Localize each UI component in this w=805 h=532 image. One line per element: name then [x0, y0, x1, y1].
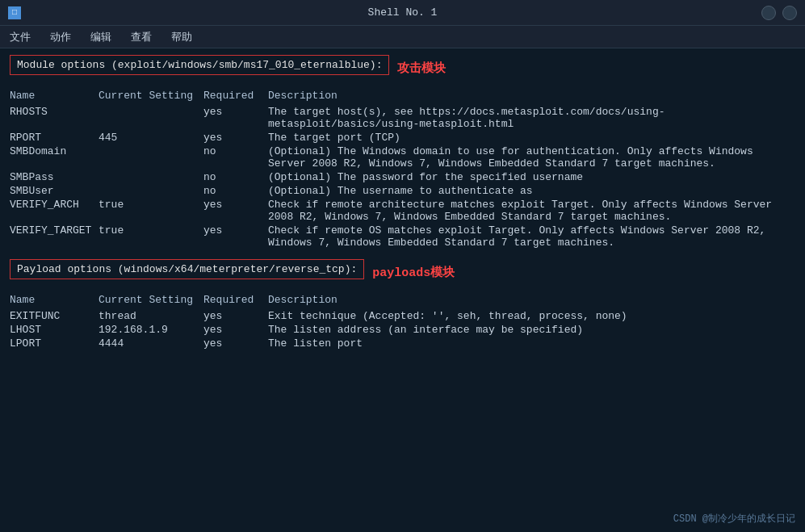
table-row: EXITFUNC thread yes Exit technique (Acce…	[10, 309, 795, 323]
table-row: VERIFY_TARGET true yes Check if remote O…	[10, 224, 795, 249]
menu-help[interactable]: 帮助	[168, 28, 195, 46]
cell-description: (Optional) The password for the specifie…	[268, 170, 795, 184]
payload-col-header-name: Name	[10, 292, 99, 309]
cell-setting	[99, 170, 203, 184]
table-row: LPORT 4444 yes The listen port	[10, 337, 795, 350]
col-header-setting: Current Setting	[99, 88, 203, 105]
cell-setting	[99, 105, 203, 131]
cell-setting: true	[99, 224, 203, 249]
terminal-content: Module options (exploit/windows/smb/ms17…	[0, 48, 805, 532]
payload-header-row: Payload options (windows/x64/meterpreter…	[10, 259, 795, 286]
cell-required: no	[203, 145, 268, 170]
table-row: RPORT 445 yes The target port (TCP)	[10, 131, 795, 145]
watermark: CSDN @制冷少年的成长日记	[673, 512, 795, 526]
cell-description: Check if remote architecture matches exp…	[268, 198, 795, 224]
cell-name: RPORT	[10, 131, 99, 145]
exploit-module-header: Module options (exploit/windows/smb/ms17…	[10, 55, 389, 75]
cell-name: LPORT	[10, 337, 99, 350]
cell-required: yes	[203, 131, 268, 145]
cell-setting: 192.168.1.9	[99, 323, 203, 337]
cell-required: no	[203, 184, 268, 198]
cell-name: SMBUser	[10, 184, 99, 198]
col-header-description: Description	[268, 88, 795, 105]
cell-description: Check if remote OS matches exploit Targe…	[268, 224, 795, 249]
table-row: LHOST 192.168.1.9 yes The listen address…	[10, 323, 795, 337]
exploit-table-header: Name Current Setting Required Descriptio…	[10, 88, 795, 105]
menu-view[interactable]: 查看	[128, 28, 155, 46]
cell-description: The listen address (an interface may be …	[268, 323, 795, 337]
payload-col-header-description: Description	[268, 292, 795, 309]
cell-required: yes	[203, 323, 268, 337]
title-bar-left: □	[8, 6, 21, 19]
cell-required: yes	[203, 337, 268, 350]
cell-required: no	[203, 170, 268, 184]
cell-name: SMBPass	[10, 170, 99, 184]
close-button[interactable]	[782, 6, 797, 20]
minimize-button[interactable]	[761, 6, 776, 20]
cell-name: LHOST	[10, 323, 99, 337]
cell-required: yes	[203, 198, 268, 224]
cell-setting	[99, 184, 203, 198]
menu-file[interactable]: 文件	[6, 28, 34, 46]
cell-setting: 445	[99, 131, 203, 145]
exploit-label: 攻击模块	[397, 61, 446, 76]
exploit-header-row: Module options (exploit/windows/smb/ms17…	[10, 55, 795, 82]
cell-name: SMBDomain	[10, 145, 99, 170]
col-header-name: Name	[10, 88, 99, 105]
payload-options-table: Name Current Setting Required Descriptio…	[10, 292, 795, 350]
payload-section: Payload options (windows/x64/meterpreter…	[10, 259, 795, 350]
table-row: SMBUser no (Optional) The username to au…	[10, 184, 795, 198]
menu-bar: 文件 动作 编辑 查看 帮助	[0, 26, 805, 48]
cell-required: yes	[203, 105, 268, 131]
table-row: SMBPass no (Optional) The password for t…	[10, 170, 795, 184]
table-row: SMBDomain no (Optional) The Windows doma…	[10, 145, 795, 170]
cell-name: VERIFY_TARGET	[10, 224, 99, 249]
table-row: RHOSTS yes The target host(s), see https…	[10, 105, 795, 131]
menu-action[interactable]: 动作	[47, 28, 74, 46]
menu-edit[interactable]: 编辑	[87, 28, 115, 46]
cell-description: Exit technique (Accepted: '', seh, threa…	[268, 309, 795, 323]
cell-description: (Optional) The Windows domain to use for…	[268, 145, 795, 170]
payload-col-header-setting: Current Setting	[99, 292, 203, 309]
cell-required: yes	[203, 309, 268, 323]
exploit-options-table: Name Current Setting Required Descriptio…	[10, 88, 795, 249]
cell-description: (Optional) The username to authenticate …	[268, 184, 795, 198]
window-controls	[761, 6, 797, 20]
cell-description: The target host(s), see https://docs.met…	[268, 105, 795, 131]
payload-col-header-required: Required	[203, 292, 268, 309]
cell-name: RHOSTS	[10, 105, 99, 131]
payload-label: payloads模块	[372, 265, 455, 280]
payload-table-header: Name Current Setting Required Descriptio…	[10, 292, 795, 309]
title-bar: □ Shell No. 1	[0, 0, 805, 26]
cell-setting	[99, 145, 203, 170]
cell-setting: 4444	[99, 337, 203, 350]
terminal-icon: □	[8, 6, 21, 19]
cell-description: The listen port	[268, 337, 795, 350]
table-row: VERIFY_ARCH true yes Check if remote arc…	[10, 198, 795, 224]
cell-name: VERIFY_ARCH	[10, 198, 99, 224]
col-header-required: Required	[203, 88, 268, 105]
cell-name: EXITFUNC	[10, 309, 99, 323]
cell-setting: thread	[99, 309, 203, 323]
cell-required: yes	[203, 224, 268, 249]
payload-module-header: Payload options (windows/x64/meterpreter…	[10, 259, 364, 279]
cell-description: The target port (TCP)	[268, 131, 795, 145]
cell-setting: true	[99, 198, 203, 224]
window-title: Shell No. 1	[368, 6, 438, 19]
